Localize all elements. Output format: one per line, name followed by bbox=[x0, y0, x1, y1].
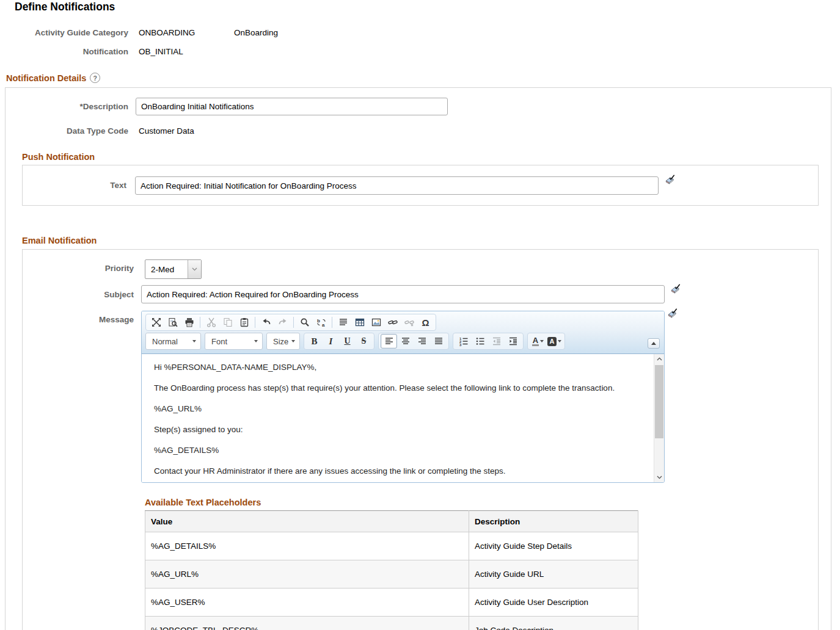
category-value: ONBOARDING bbox=[139, 28, 195, 37]
table-button[interactable] bbox=[351, 315, 368, 330]
unlink-button[interactable] bbox=[401, 315, 417, 330]
paragraph-format-dropdown[interactable]: Normal bbox=[145, 333, 201, 350]
svg-text:b: b bbox=[317, 318, 320, 324]
table-row: %AG_URL%Activity Guide URL bbox=[145, 560, 638, 588]
placeholder-table: ValueDescription %AG_DETAILS%Activity Gu… bbox=[145, 510, 638, 630]
toolbar-group: 123 bbox=[453, 333, 524, 350]
category-label: Activity Guide Category bbox=[0, 28, 128, 37]
toolbar-group: BIUS bbox=[304, 333, 374, 350]
paste-icon bbox=[239, 317, 249, 327]
page-title: Define Notifications bbox=[15, 1, 115, 13]
description-input[interactable] bbox=[136, 98, 448, 115]
preview-button[interactable] bbox=[164, 315, 181, 330]
paste-button[interactable] bbox=[236, 315, 252, 330]
redo-button[interactable] bbox=[274, 315, 291, 330]
maximize-icon bbox=[152, 317, 161, 327]
link-button[interactable] bbox=[384, 315, 401, 330]
svg-text:3: 3 bbox=[459, 343, 462, 346]
justify-center-icon bbox=[401, 336, 411, 346]
italic-button[interactable]: I bbox=[323, 334, 339, 349]
font-size-dropdown[interactable]: Size bbox=[266, 333, 300, 350]
editor-toolbar: baΩ NormalFontSizeBIUS123AA bbox=[142, 311, 664, 354]
print-button[interactable] bbox=[181, 315, 197, 330]
image-icon bbox=[371, 317, 381, 327]
indent-button[interactable] bbox=[505, 334, 521, 349]
table-cell: Activity Guide User Description bbox=[469, 588, 638, 617]
strikethrough-icon: S bbox=[362, 336, 367, 346]
message-line: The OnBoarding process has step(s) that … bbox=[154, 383, 640, 393]
notification-details-heading-text: Notification Details bbox=[6, 73, 86, 83]
message-rich-text-editor: baΩ NormalFontSizeBIUS123AA Hi %PERSONAL… bbox=[141, 311, 665, 483]
message-spell-check-button[interactable] bbox=[666, 308, 678, 320]
scrollbar-thumb[interactable] bbox=[655, 365, 663, 438]
text-color-button[interactable]: A bbox=[530, 334, 546, 349]
category-description: OnBoarding bbox=[234, 28, 278, 37]
justify-block-icon bbox=[434, 336, 444, 346]
maximize-button[interactable] bbox=[148, 315, 164, 330]
table-cell: Activity Guide URL bbox=[469, 560, 638, 588]
chevron-down-icon bbox=[558, 340, 561, 342]
table-cell: Activity Guide Step Details bbox=[469, 532, 638, 560]
collapse-toolbar-button[interactable] bbox=[648, 338, 660, 349]
find-button[interactable] bbox=[296, 315, 313, 330]
push-notification-heading: Push Notification bbox=[22, 152, 95, 162]
data-type-code-label: Data Type Code bbox=[0, 126, 128, 136]
description-label: *Description bbox=[0, 102, 128, 111]
subject-label: Subject bbox=[0, 290, 134, 299]
font-name-dropdown[interactable]: Font bbox=[205, 333, 263, 350]
editor-scrollbar[interactable] bbox=[654, 354, 664, 482]
message-line: %AG_DETAILS% bbox=[154, 446, 640, 455]
scroll-up-arrow[interactable] bbox=[654, 354, 664, 364]
push-text-input[interactable] bbox=[135, 176, 659, 195]
table-row: %JOBCODE_TBL_DESCR%Job Code Description bbox=[145, 617, 638, 630]
justify-center-button[interactable] bbox=[397, 334, 414, 349]
undo-icon bbox=[261, 317, 271, 327]
outdent-button[interactable] bbox=[488, 334, 505, 349]
undo-button[interactable] bbox=[258, 315, 274, 330]
unlink-icon bbox=[404, 317, 414, 327]
cut-icon bbox=[206, 317, 216, 327]
copy-button[interactable] bbox=[219, 315, 236, 330]
numbered-list-button[interactable]: 123 bbox=[455, 334, 472, 349]
spell-check-icon bbox=[664, 178, 676, 187]
preview-icon bbox=[168, 317, 178, 327]
table-column-header: Value bbox=[145, 511, 469, 532]
bulleted-list-icon bbox=[475, 336, 485, 346]
justify-block-button[interactable] bbox=[430, 334, 447, 349]
priority-select[interactable]: 2-Med bbox=[145, 259, 202, 279]
background-color-button[interactable]: A bbox=[546, 334, 563, 349]
justify-right-icon bbox=[417, 336, 427, 346]
subject-input[interactable] bbox=[141, 285, 665, 303]
image-button[interactable] bbox=[368, 315, 384, 330]
priority-label: Priority bbox=[0, 264, 134, 273]
justify-right-button[interactable] bbox=[414, 334, 430, 349]
scroll-down-arrow[interactable] bbox=[654, 472, 664, 482]
background-color-icon: A bbox=[547, 337, 557, 346]
special-character-button[interactable]: Ω bbox=[417, 315, 434, 330]
underline-button[interactable]: U bbox=[339, 334, 356, 349]
spell-check-icon bbox=[670, 288, 681, 297]
priority-dropdown-button[interactable] bbox=[188, 260, 201, 278]
message-line: Contact your HR Administrator if there a… bbox=[154, 466, 640, 476]
toolbar-separator bbox=[293, 317, 294, 328]
text-color-icon: A bbox=[532, 336, 539, 346]
cut-button[interactable] bbox=[203, 315, 219, 330]
editor-toolbar-row2: NormalFontSizeBIUS123AA bbox=[145, 333, 660, 350]
help-icon[interactable]: ? bbox=[90, 73, 100, 83]
strikethrough-button[interactable]: S bbox=[356, 334, 372, 349]
bold-button[interactable]: B bbox=[306, 334, 323, 349]
subject-spell-check-button[interactable] bbox=[669, 283, 681, 295]
chevron-down-icon bbox=[657, 476, 662, 479]
bulleted-list-button[interactable] bbox=[472, 334, 488, 349]
message-line: %AG_URL% bbox=[154, 404, 640, 414]
message-body-editable-area[interactable]: Hi %PERSONAL_DATA-NAME_DISPLAY%,The OnBo… bbox=[142, 354, 654, 482]
table-row: %AG_DETAILS%Activity Guide Step Details bbox=[145, 532, 638, 560]
spell-check-icon bbox=[667, 312, 678, 321]
push-text-spell-check-button[interactable] bbox=[663, 174, 676, 186]
justify-left-button[interactable] bbox=[381, 334, 397, 349]
select-all-button[interactable] bbox=[335, 315, 351, 330]
replace-button[interactable]: ba bbox=[313, 315, 329, 330]
table-icon bbox=[355, 317, 365, 327]
message-label: Message bbox=[0, 315, 134, 324]
table-row: %AG_USER%Activity Guide User Description bbox=[145, 588, 638, 617]
